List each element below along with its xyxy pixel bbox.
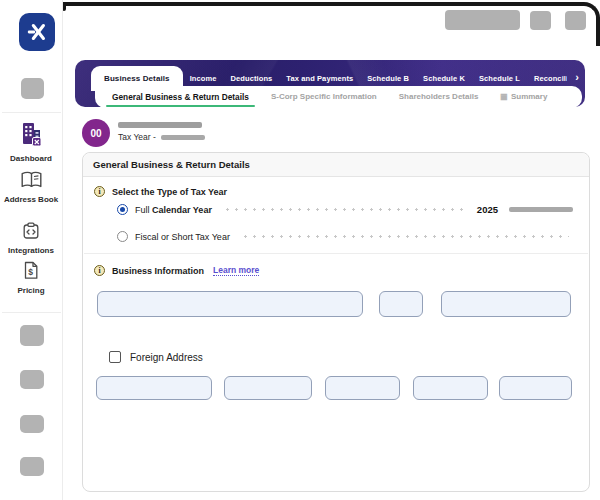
subtab-scorp-specific[interactable]: S-Corp Specific Information	[260, 86, 388, 108]
subtab-summary-label: Summary	[511, 86, 547, 108]
learn-more-link[interactable]: Learn more	[213, 265, 259, 276]
sidebar: Dashboard Address Book In	[0, 0, 63, 500]
tax-year-value-redacted-bar	[509, 207, 573, 212]
business-name-redacted-bar	[118, 122, 202, 128]
business-info-heading: Business Information	[112, 266, 204, 276]
state-input[interactable]	[413, 376, 488, 400]
address-line2-input[interactable]	[224, 376, 312, 400]
address-line1-input[interactable]	[96, 376, 212, 400]
topbar-redacted-button-2	[565, 11, 586, 30]
sidebar-redacted-item	[20, 457, 44, 476]
label-prefix: Full	[135, 205, 152, 215]
info-icon: i	[94, 265, 105, 276]
business-ein-input[interactable]	[441, 291, 571, 317]
general-business-panel: General Business & Return Details i Sele…	[82, 152, 590, 492]
address-book-icon	[20, 171, 43, 193]
foreign-address-label: Foreign Address	[130, 352, 203, 363]
return-number-badge: 00	[82, 119, 110, 147]
tab-tax-and-payments[interactable]: Tax and Payments	[279, 74, 360, 83]
sidebar-divider	[2, 112, 61, 113]
sidebar-item-label: Address Book	[0, 195, 62, 204]
section-divider	[84, 253, 588, 254]
sidebar-divider	[2, 312, 61, 313]
foreign-address-checkbox[interactable]	[109, 351, 121, 363]
full-calendar-year-option: Full Calendar Year 2025	[117, 204, 573, 215]
sidebar-redacted-item	[20, 415, 44, 433]
app-root: Dashboard Address Book In	[0, 0, 600, 500]
dashboard-buildings-icon	[19, 121, 43, 152]
sidebar-item-dashboard[interactable]: Dashboard	[0, 121, 62, 163]
sidebar-item-label: Dashboard	[0, 154, 62, 163]
fiscal-short-year-radio[interactable]	[117, 231, 128, 242]
svg-text:$: $	[28, 267, 33, 277]
fiscal-short-year-label: Fiscal or Short Tax Year	[135, 232, 230, 242]
subtab-shareholders-details[interactable]: Shareholders Details	[388, 86, 490, 108]
business-name-input[interactable]	[97, 291, 363, 317]
summary-grid-icon: ▦	[500, 93, 508, 101]
panel-title: General Business & Return Details	[83, 153, 589, 177]
tab-reconciliation[interactable]: Reconciliation & A	[527, 74, 567, 83]
integrations-code-icon	[22, 222, 40, 244]
pricing-document-icon: $	[23, 261, 39, 284]
logo-x-icon	[26, 21, 48, 43]
city-input[interactable]	[325, 376, 400, 400]
tax-year-redacted-bar	[161, 135, 205, 140]
business-code-input[interactable]	[379, 291, 423, 317]
sidebar-item-address-book[interactable]: Address Book	[0, 171, 62, 204]
label-bold: Calendar Year	[152, 205, 212, 215]
fiscal-short-year-option: Fiscal or Short Tax Year	[117, 231, 573, 242]
sidebar-redacted-item	[20, 370, 44, 389]
dotted-leader	[241, 235, 569, 238]
tab-deductions[interactable]: Deductions	[224, 74, 280, 83]
subtab-general-business[interactable]: General Business & Return Details	[101, 86, 260, 108]
foreign-address-row: Foreign Address	[109, 351, 203, 363]
tab-schedule-b[interactable]: Schedule B	[360, 74, 416, 83]
full-calendar-year-radio[interactable]	[117, 204, 128, 215]
tax-year-summary: Tax Year -	[118, 131, 205, 143]
sidebar-redacted-item	[20, 325, 44, 346]
tab-schedule-k[interactable]: Schedule K	[416, 74, 472, 83]
tabs-overflow-chevron-icon[interactable]: ›	[575, 70, 579, 84]
zip-input[interactable]	[499, 376, 572, 400]
tax-year-label: Tax Year -	[118, 132, 156, 142]
sub-tabs-bar: General Business & Return Details S-Corp…	[95, 86, 582, 108]
sidebar-item-integrations[interactable]: Integrations	[0, 222, 62, 255]
full-calendar-year-label: Full Calendar Year	[135, 205, 212, 215]
tab-schedule-l[interactable]: Schedule L	[472, 74, 527, 83]
sidebar-redacted-item	[21, 78, 44, 99]
info-icon: i	[94, 186, 105, 197]
sidebar-item-label: Integrations	[0, 246, 62, 255]
tax-year-type-heading: Select the Type of Tax Year	[112, 187, 227, 197]
sidebar-item-pricing[interactable]: $ Pricing	[0, 261, 62, 295]
app-logo[interactable]	[19, 13, 55, 51]
subtab-summary[interactable]: ▦ Summary	[489, 86, 558, 108]
tab-income[interactable]: Income	[183, 74, 224, 83]
tax-year-type-heading-row: i Select the Type of Tax Year	[94, 186, 227, 197]
sidebar-item-label: Pricing	[0, 286, 62, 295]
topbar-redacted-bar	[445, 10, 520, 30]
topbar-redacted-button-1	[530, 11, 551, 30]
business-info-heading-row: i Business Information Learn more	[94, 265, 259, 276]
tax-year-value: 2025	[477, 204, 498, 215]
dotted-leader	[223, 208, 466, 211]
